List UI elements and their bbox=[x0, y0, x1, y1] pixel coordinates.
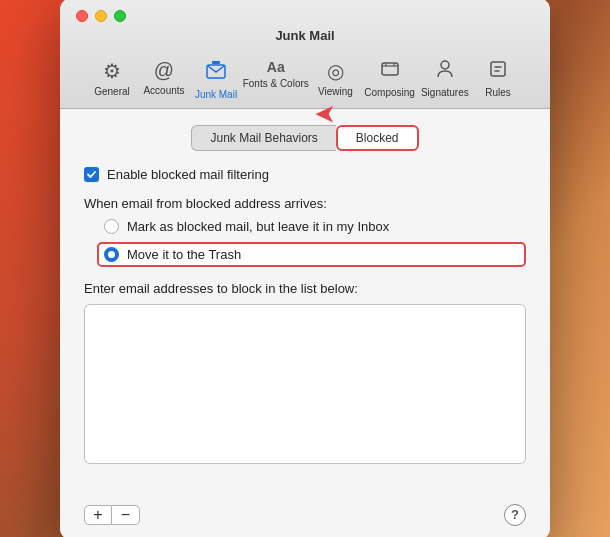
toolbar-item-junk-mail[interactable]: Junk Mail bbox=[190, 53, 242, 108]
toolbar-label-junk-mail: Junk Mail bbox=[195, 89, 237, 100]
email-list-label: Enter email addresses to block in the li… bbox=[84, 281, 526, 296]
enable-blocked-mail-checkbox[interactable] bbox=[84, 167, 99, 182]
main-window: Junk Mail ⚙ General @ Accounts Junk bbox=[60, 0, 550, 537]
maximize-button[interactable] bbox=[114, 10, 126, 22]
radio-row-move-to-trash: Move it to the Trash bbox=[97, 242, 526, 267]
radio-group: Mark as blocked mail, but leave it in my… bbox=[84, 219, 526, 267]
radio-row-mark-blocked: Mark as blocked mail, but leave it in my… bbox=[104, 219, 526, 234]
when-email-arrives-label: When email from blocked address arrives: bbox=[84, 196, 526, 211]
composing-icon bbox=[380, 59, 400, 84]
svg-rect-1 bbox=[212, 61, 220, 64]
radio-label-move-to-trash: Move it to the Trash bbox=[127, 247, 241, 262]
tab-section: ➤ Junk Mail Behaviors Blocked bbox=[84, 125, 526, 151]
enable-blocked-mail-label: Enable blocked mail filtering bbox=[107, 167, 269, 182]
toolbar-item-viewing[interactable]: ◎ Viewing bbox=[309, 53, 361, 108]
minimize-button[interactable] bbox=[95, 10, 107, 22]
svg-rect-4 bbox=[491, 62, 505, 76]
email-address-list[interactable] bbox=[84, 304, 526, 464]
title-bar: Junk Mail ⚙ General @ Accounts Junk bbox=[60, 0, 550, 109]
radio-mark-blocked[interactable] bbox=[104, 219, 119, 234]
toolbar: ⚙ General @ Accounts Junk Mail Aa bbox=[76, 53, 534, 108]
signatures-icon bbox=[435, 59, 455, 84]
tab-junk-mail-behaviors[interactable]: Junk Mail Behaviors bbox=[191, 125, 335, 151]
fonts-icon: Aa bbox=[267, 59, 285, 75]
when-email-arrives-section: When email from blocked address arrives:… bbox=[84, 196, 526, 267]
toolbar-item-signatures[interactable]: Signatures bbox=[418, 53, 472, 108]
radio-move-to-trash[interactable] bbox=[104, 247, 119, 262]
bottom-bar: + − ? bbox=[60, 494, 550, 538]
toolbar-label-composing: Composing bbox=[364, 87, 415, 98]
help-button[interactable]: ? bbox=[504, 504, 526, 526]
toolbar-item-general[interactable]: ⚙ General bbox=[86, 53, 138, 108]
add-remove-buttons: + − bbox=[84, 505, 140, 525]
toolbar-label-viewing: Viewing bbox=[318, 86, 353, 97]
junk-mail-icon bbox=[205, 59, 227, 86]
toolbar-label-rules: Rules bbox=[485, 87, 511, 98]
svg-rect-2 bbox=[382, 63, 398, 75]
gear-icon: ⚙ bbox=[103, 59, 121, 83]
enable-checkbox-row: Enable blocked mail filtering bbox=[84, 167, 526, 182]
svg-point-3 bbox=[441, 61, 449, 69]
toolbar-label-fonts-colors: Fonts & Colors bbox=[243, 78, 309, 89]
at-icon: @ bbox=[154, 59, 174, 82]
tab-blocked[interactable]: Blocked bbox=[336, 125, 419, 151]
toolbar-item-accounts[interactable]: @ Accounts bbox=[138, 53, 190, 108]
toolbar-item-fonts-colors[interactable]: Aa Fonts & Colors bbox=[242, 53, 309, 108]
radio-label-mark-blocked: Mark as blocked mail, but leave it in my… bbox=[127, 219, 389, 234]
tab-bar: Junk Mail Behaviors Blocked bbox=[84, 125, 526, 151]
add-button[interactable]: + bbox=[84, 505, 112, 525]
close-button[interactable] bbox=[76, 10, 88, 22]
viewing-icon: ◎ bbox=[327, 59, 344, 83]
toolbar-item-composing[interactable]: Composing bbox=[361, 53, 417, 108]
content-area: ➤ Junk Mail Behaviors Blocked Enable blo… bbox=[60, 109, 550, 494]
toolbar-label-accounts: Accounts bbox=[143, 85, 184, 96]
rules-icon bbox=[488, 59, 508, 84]
toolbar-item-rules[interactable]: Rules bbox=[472, 53, 524, 108]
toolbar-label-signatures: Signatures bbox=[421, 87, 469, 98]
window-title: Junk Mail bbox=[275, 28, 334, 43]
email-list-section: Enter email addresses to block in the li… bbox=[84, 281, 526, 464]
traffic-lights bbox=[76, 10, 126, 22]
remove-button[interactable]: − bbox=[112, 505, 140, 525]
toolbar-label-general: General bbox=[94, 86, 130, 97]
